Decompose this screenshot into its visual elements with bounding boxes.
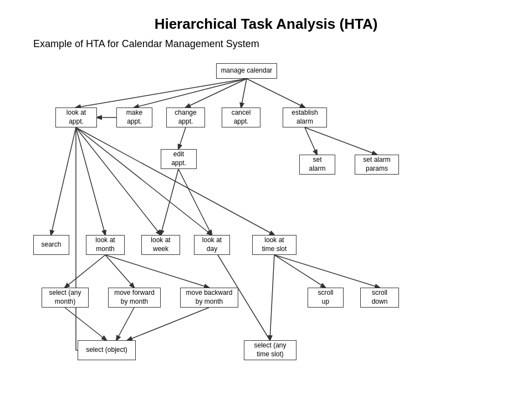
svg-line-23 bbox=[116, 308, 134, 340]
svg-line-11 bbox=[76, 127, 161, 235]
diagram-svg bbox=[0, 58, 532, 385]
svg-line-12 bbox=[76, 127, 212, 235]
svg-line-5 bbox=[178, 127, 186, 149]
node-look-at-week: look atweek bbox=[141, 235, 180, 255]
node-establish-alarm: establishalarm bbox=[283, 108, 327, 127]
svg-line-19 bbox=[274, 255, 325, 288]
node-cancel-appt: cancelappt. bbox=[222, 108, 260, 127]
page-title: Hierarchical Task Analysis (HTA) bbox=[0, 0, 532, 38]
svg-line-15 bbox=[178, 169, 212, 235]
subtitle: Example of HTA for Calendar Management S… bbox=[0, 38, 532, 58]
svg-line-3 bbox=[241, 79, 247, 108]
node-make-appt: makeappt. bbox=[116, 108, 152, 127]
node-move-forward-by-month: move forwardby month bbox=[108, 288, 161, 308]
node-set-alarm-params: set alarmparams bbox=[355, 155, 399, 175]
diagram-container: manage calendar look atappt. makeappt. c… bbox=[0, 58, 532, 385]
svg-line-22 bbox=[65, 308, 106, 340]
node-select-any-time-slot: select (anytime slot) bbox=[244, 340, 296, 360]
node-search: search bbox=[33, 235, 69, 255]
svg-line-2 bbox=[186, 79, 247, 108]
node-select-object: select (object) bbox=[78, 340, 136, 360]
svg-line-1 bbox=[134, 79, 247, 108]
node-look-at-month: look atmonth bbox=[86, 235, 125, 255]
svg-line-21 bbox=[270, 255, 274, 340]
node-look-at-day: look atday bbox=[194, 235, 230, 255]
svg-line-18 bbox=[105, 255, 209, 288]
node-set-alarm: setalarm bbox=[299, 155, 335, 175]
node-select-any-month: select (anymonth) bbox=[42, 288, 89, 308]
node-move-backward-by-month: move backwardby month bbox=[180, 288, 238, 308]
svg-line-9 bbox=[51, 127, 76, 235]
svg-line-0 bbox=[76, 79, 247, 108]
svg-line-20 bbox=[274, 255, 380, 288]
node-scroll-up: scrollup bbox=[308, 288, 344, 308]
svg-line-16 bbox=[65, 255, 105, 288]
svg-line-14 bbox=[161, 169, 178, 235]
node-scroll-down: scrolldown bbox=[360, 288, 399, 308]
svg-line-10 bbox=[76, 127, 105, 235]
node-edit-appt: editappt. bbox=[161, 149, 197, 169]
node-change-appt: changeappt. bbox=[166, 108, 205, 127]
node-manage-calendar: manage calendar bbox=[216, 63, 277, 79]
svg-line-24 bbox=[127, 308, 209, 340]
svg-line-4 bbox=[247, 79, 305, 108]
node-look-at-time-slot: look attime slot bbox=[252, 235, 296, 255]
node-look-at-appt: look atappt. bbox=[55, 108, 97, 127]
